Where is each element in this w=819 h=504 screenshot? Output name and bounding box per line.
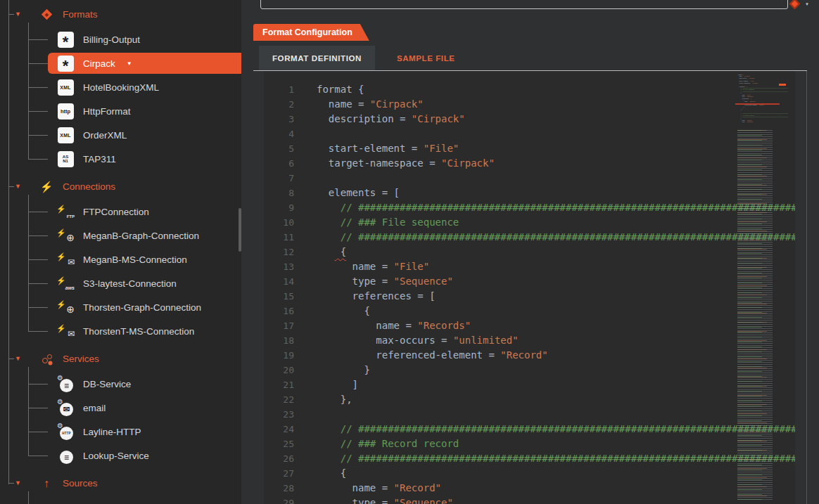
sidebar-item-db-service[interactable]: ⚙≡DB-Service (0, 372, 241, 396)
line-number: 25 (264, 437, 294, 451)
sidebar-item-email[interactable]: ⚙✉email (0, 396, 241, 420)
minimap-line: // #####################################… (735, 91, 788, 92)
sidebar-item-orderxml[interactable]: XMLOrderXML (0, 123, 241, 147)
minimap-line: // #####################################… (735, 116, 788, 117)
database-service-icon: ⚙≡ (57, 375, 74, 392)
sidebar-item-thorsten-graph-connection[interactable]: ⚡⊕Thorsten-Graph-Connection (0, 295, 241, 319)
item-label: Thorsten-Graph-Connection (83, 302, 201, 313)
minimap-line: type = "Sequence" (735, 122, 788, 123)
lightning-icon: ⚡ (40, 181, 53, 193)
lightning-icon: ⚡ (56, 324, 66, 333)
code-line: 28 name = "Record" (264, 481, 795, 496)
mail-connection-icon: ⚡✉ (56, 323, 75, 340)
line-number: 6 (264, 156, 294, 171)
sidebar-item-layline-http[interactable]: ⚙HTTPLayline-HTTP (0, 420, 241, 444)
item-label: MeganB-Graph-Connection (83, 231, 199, 241)
sidebar-item-tap311[interactable]: AS N1TAP311 (0, 147, 241, 171)
line-number: 10 (264, 215, 294, 230)
tree-section-services: ▼Services⚙≡DB-Service⚙✉email⚙HTTPLayline… (0, 346, 241, 467)
section-header-services[interactable]: ▼Services (0, 346, 241, 372)
tab-bar: FORMAT DEFINITION SAMPLE FILE (253, 46, 807, 71)
lightning-icon: ⚡ (56, 276, 66, 285)
tree-section-sources: ▼↑Sources✉Email-Tester-Source (0, 470, 241, 504)
sidebar-item-lookup-service[interactable]: ≡Lookup-Service (0, 444, 241, 467)
section-label: Formats (63, 9, 98, 20)
line-number: 18 (264, 333, 294, 348)
minimap-error-marker (735, 103, 780, 105)
line-number: 24 (264, 422, 294, 437)
code-editor[interactable]: 1format {2 name = "Cirpack"3 description… (264, 71, 795, 504)
sidebar-item-hotelbookingxml[interactable]: XMLHotelBookingXML (0, 75, 241, 99)
lightning-icon: ⚡ (56, 252, 66, 261)
line-number: 26 (264, 451, 294, 466)
arrow-up-icon: ↑ (44, 477, 49, 490)
line-number: 15 (264, 289, 294, 304)
minimap-content: format { name = "Cirpack" description = … (735, 74, 788, 123)
code-line: 1format { (264, 82, 795, 97)
code-line: 14 type = "Sequence" (264, 274, 795, 289)
code-line: 12 { (264, 245, 795, 259)
http-icon: http (58, 103, 74, 119)
project-tree: ▼Formats*Billing-Output*Cirpack▼XMLHotel… (0, 0, 241, 504)
formats-diamond-icon (41, 9, 52, 20)
xml-icon: XML (58, 79, 74, 96)
sidebar-item-thorstent-ms-connection[interactable]: ⚡✉ThorstenT-MS-Connection (0, 319, 241, 343)
code-line: 16 { (264, 304, 795, 318)
panel-right-border (806, 71, 807, 504)
sidebar-item-s3-laytest-connection[interactable]: ⚡awsS3-laytest-Connection (0, 271, 241, 295)
code-line: 5 start-element = "File" (264, 141, 795, 156)
line-number: 20 (264, 363, 294, 377)
tree-section-formats: ▼Formats*Billing-Output*Cirpack▼XMLHotel… (0, 1, 241, 171)
sidebar-item-meganb-ms-connection[interactable]: ⚡✉MeganB-MS-Connection (0, 247, 241, 271)
item-label: ThorstenT-MS-Connection (83, 326, 194, 337)
section-header-connections[interactable]: ▼⚡Connections (0, 174, 241, 200)
code-line: 24 // ##################################… (264, 422, 795, 437)
sidebar-item-cirpack[interactable]: *Cirpack▼ (0, 51, 241, 75)
sidebar-item-ftpconnection[interactable]: ⚡FTPFTPConnection (0, 200, 241, 224)
editor-minimap[interactable]: format { name = "Cirpack" description = … (735, 74, 788, 504)
section-header-formats[interactable]: ▼Formats (0, 1, 241, 27)
line-number: 16 (264, 304, 294, 318)
code-line: 4 (264, 127, 795, 141)
top-search-input[interactable] (260, 0, 788, 9)
section-header-sources[interactable]: ▼↑Sources (0, 470, 241, 496)
tab-format-definition[interactable]: FORMAT DEFINITION (259, 46, 375, 70)
line-number: 5 (264, 141, 294, 156)
minimap-filler (737, 130, 779, 501)
code-line: 17 name = "Records" (264, 318, 795, 333)
item-label: Cirpack (83, 58, 115, 69)
sidebar-item-httpformat[interactable]: httpHttpFormat (0, 99, 241, 123)
sidebar-item-meganb-graph-connection[interactable]: ⚡⊕MeganB-Graph-Connection (0, 224, 241, 247)
line-number: 17 (264, 318, 294, 333)
chevron-down-icon: ▼ (15, 183, 22, 190)
code-line: 11 // ##################################… (264, 230, 795, 245)
http-service-icon: ⚙HTTP (57, 423, 74, 440)
app-window: ▼Formats*Billing-Output*Cirpack▼XMLHotel… (0, 0, 819, 504)
code-line: 7 (264, 171, 795, 186)
asterisk-icon: * (58, 56, 74, 72)
sidebar-item-billing-output[interactable]: *Billing-Output (0, 27, 241, 51)
item-label: email (83, 403, 106, 413)
ftp-connection-icon: ⚡FTP (56, 203, 75, 220)
item-label: DB-Service (83, 379, 131, 389)
item-label: Lookup-Service (83, 451, 149, 461)
line-number: 19 (264, 348, 294, 363)
tab-sample-file[interactable]: SAMPLE FILE (383, 46, 469, 70)
format-configuration-badge: Format Configuration (253, 24, 369, 41)
line-number: 4 (264, 127, 294, 141)
database-service-icon: ≡ (57, 447, 74, 464)
lightning-icon: ⚡ (56, 205, 66, 214)
code-line: 13 name = "File" (264, 259, 795, 274)
workspace-menu-button[interactable]: ▼ (789, 0, 813, 11)
item-label: FTPConnection (83, 207, 149, 217)
code-line: 2 name = "Cirpack" (264, 97, 795, 112)
line-number: 11 (264, 230, 294, 245)
code-line: 19 referenced-element = "Record" (264, 348, 795, 363)
lightning-icon: ⚡ (56, 300, 66, 309)
sidebar-item-email-tester-source[interactable]: ✉Email-Tester-Source (0, 496, 241, 504)
chevron-down-icon[interactable]: ▼ (127, 60, 132, 67)
code-line: 22 }, (264, 392, 795, 407)
item-label: TAP311 (83, 154, 116, 164)
item-label: MeganB-MS-Connection (83, 254, 187, 265)
code-line: 29 type = "Sequence" (264, 496, 795, 504)
